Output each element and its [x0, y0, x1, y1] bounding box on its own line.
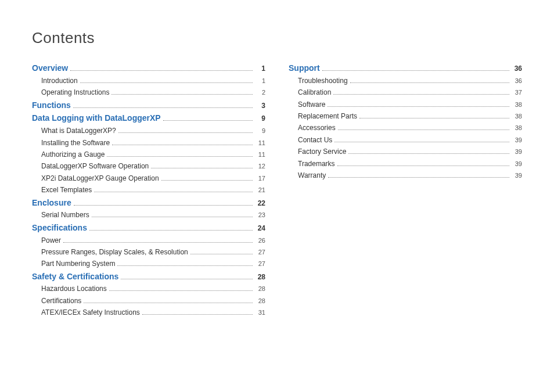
toc-leader-dots [190, 248, 253, 254]
toc-page-number: 39 [512, 160, 522, 168]
toc-page-number: 31 [255, 309, 265, 317]
toc-subentry[interactable]: Trademarks39 [289, 160, 522, 168]
toc-label: Data Logging with DataLoggerXP [32, 113, 161, 123]
toc-page-number: 2 [255, 89, 265, 96]
toc-leader-dots [121, 273, 253, 279]
toc-leader-dots [92, 211, 253, 218]
toc-subentry[interactable]: Software38 [289, 100, 522, 109]
toc-page-number: 11 [255, 139, 265, 147]
toc-label: Safety & Certifications [32, 272, 118, 282]
toc-label: Excel Templates [41, 186, 92, 194]
toc-leader-dots [333, 88, 509, 95]
left-column: Overview1Introduction1Operating Instruct… [32, 60, 265, 321]
toc-label: Contact Us [298, 136, 332, 144]
toc-page-number: 11 [255, 151, 265, 159]
toc-label: XP2i DataLoggerXP Gauge Operation [41, 174, 159, 182]
toc-leader-dots [322, 64, 509, 71]
toc-subentry[interactable]: Factory Service39 [289, 148, 522, 156]
toc-subentry[interactable]: Contact Us39 [289, 136, 522, 144]
toc-subentry[interactable]: Replacement Parts38 [289, 112, 522, 120]
toc-subentry[interactable]: Certifications28 [32, 297, 265, 305]
toc-label: Authorizing a Gauge [41, 150, 105, 159]
toc-section[interactable]: Specifications24 [32, 223, 265, 233]
toc-section[interactable]: Enclosure22 [32, 198, 265, 208]
toc-subentry[interactable]: Calibration37 [289, 88, 522, 96]
toc-subentry[interactable]: What is DataLoggerXP?9 [32, 127, 265, 135]
toc-subentry[interactable]: Part Numbering System27 [32, 260, 265, 268]
toc-label: ATEX/IECEx Safety Instructions [41, 308, 140, 317]
toc-subentry[interactable]: Excel Templates21 [32, 186, 265, 194]
toc-subentry[interactable]: Operating Instructions2 [32, 88, 265, 96]
toc-subentry[interactable]: Installing the Software11 [32, 139, 265, 147]
toc-subentry[interactable]: Accessories38 [289, 124, 522, 132]
toc-page-number: 21 [255, 186, 265, 194]
toc-label: Warranty [298, 171, 326, 179]
toc-label: Troubleshooting [298, 77, 348, 85]
toc-page-number: 39 [512, 148, 522, 156]
toc-label: Hazardous Locations [41, 285, 107, 293]
toc-label: Power [41, 236, 61, 244]
toc-leader-dots [107, 150, 253, 157]
toc-label: Specifications [32, 223, 87, 233]
page-container: Contents Overview1Introduction1Operating… [0, 0, 554, 344]
toc-leader-dots [112, 139, 253, 145]
toc-label: Factory Service [298, 148, 346, 156]
toc-label: Certifications [41, 297, 81, 305]
toc-label: DataLoggerXP Software Operation [41, 162, 149, 170]
toc-leader-dots [359, 112, 509, 118]
toc-label: Pressure Ranges, Display Scales, & Resol… [41, 248, 188, 256]
toc-leader-dots [334, 136, 509, 142]
toc-page-number: 39 [512, 136, 522, 144]
toc-leader-dots [328, 100, 509, 107]
toc-label: Calibration [298, 88, 331, 96]
toc-page-number: 24 [255, 224, 265, 232]
toc-page-number: 28 [255, 273, 265, 281]
toc-subentry[interactable]: Hazardous Locations28 [32, 285, 265, 293]
toc-section[interactable]: Support36 [289, 63, 522, 73]
toc-page-number: 27 [255, 260, 265, 268]
toc-leader-dots [151, 163, 253, 169]
toc-leader-dots [163, 115, 253, 121]
right-column: Support36Troubleshooting36Calibration37S… [289, 60, 522, 321]
toc-section[interactable]: Functions3 [32, 100, 265, 110]
toc-leader-dots [89, 224, 253, 231]
toc-subentry[interactable]: DataLoggerXP Software Operation12 [32, 162, 265, 170]
toc-leader-dots [74, 199, 253, 206]
toc-page-number: 38 [512, 101, 522, 109]
columns-wrapper: Overview1Introduction1Operating Instruct… [32, 60, 522, 321]
toc-section[interactable]: Data Logging with DataLoggerXP9 [32, 113, 265, 123]
toc-label: Installing the Software [41, 139, 110, 147]
toc-label: Overview [32, 63, 68, 73]
toc-page-number: 36 [512, 77, 522, 85]
toc-page-number: 36 [512, 64, 522, 73]
toc-page-number: 38 [512, 113, 522, 120]
toc-label: Functions [32, 100, 71, 110]
toc-leader-dots [80, 77, 253, 83]
toc-subentry[interactable]: Introduction1 [32, 77, 265, 85]
toc-page-number: 23 [255, 211, 265, 219]
toc-label: Enclosure [32, 198, 71, 208]
toc-subentry[interactable]: ATEX/IECEx Safety Instructions31 [32, 308, 265, 317]
toc-subentry[interactable]: Warranty39 [289, 171, 522, 179]
toc-leader-dots [161, 174, 253, 181]
toc-subentry[interactable]: XP2i DataLoggerXP Gauge Operation17 [32, 174, 265, 182]
toc-leader-dots [109, 285, 253, 292]
toc-label: Operating Instructions [41, 88, 109, 96]
toc-subentry[interactable]: Power26 [32, 236, 265, 244]
toc-subentry[interactable]: Authorizing a Gauge11 [32, 150, 265, 159]
toc-page-number: 1 [255, 64, 265, 73]
toc-label: Accessories [298, 124, 336, 132]
toc-leader-dots [338, 124, 509, 131]
toc-label: Serial Numbers [41, 211, 89, 219]
toc-leader-dots [337, 160, 509, 166]
toc-subentry[interactable]: Serial Numbers23 [32, 211, 265, 219]
toc-section[interactable]: Overview1 [32, 63, 265, 73]
toc-leader-dots [70, 64, 253, 71]
page-title: Contents [32, 29, 522, 47]
toc-subentry[interactable]: Pressure Ranges, Display Scales, & Resol… [32, 248, 265, 256]
toc-leader-dots [73, 102, 253, 108]
toc-label: Replacement Parts [298, 112, 357, 120]
toc-subentry[interactable]: Troubleshooting36 [289, 77, 522, 85]
toc-label: Support [289, 63, 320, 73]
toc-section[interactable]: Safety & Certifications28 [32, 272, 265, 282]
